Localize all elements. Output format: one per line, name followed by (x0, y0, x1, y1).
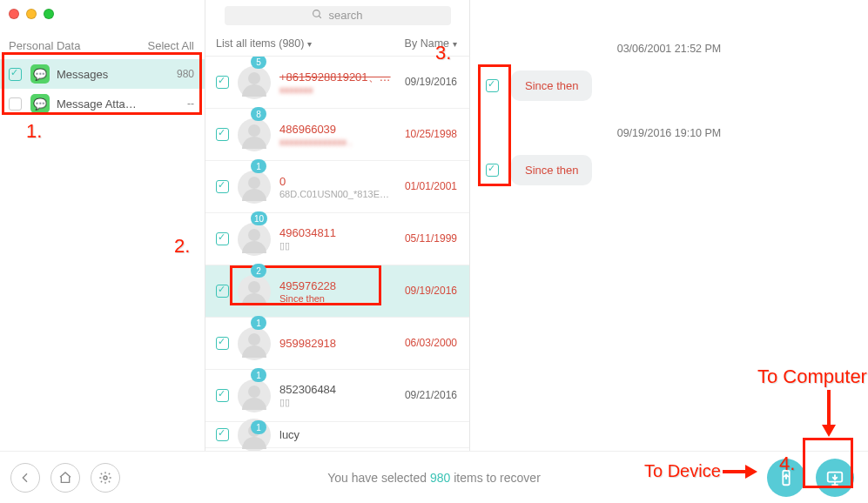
unread-badge: 2 (251, 264, 266, 278)
select-all-link[interactable]: Select All (148, 39, 194, 52)
checkbox-icon[interactable] (216, 337, 229, 350)
contact-date: 01/01/2001 (405, 180, 457, 192)
selection-status: You have selected 980 items to recover (0, 471, 868, 485)
unread-badge: 10 (251, 211, 267, 225)
checkbox-icon[interactable] (216, 285, 229, 298)
contact-row[interactable]: 1852306484▯▯09/21/2016 (205, 370, 469, 422)
svg-point-0 (313, 10, 320, 17)
checkbox-icon[interactable] (9, 68, 22, 81)
avatar-icon (238, 327, 271, 360)
avatar-icon (238, 275, 271, 308)
maximize-window-icon[interactable] (44, 9, 54, 19)
checkbox-icon[interactable] (216, 180, 229, 193)
sidebar-item-count: 980 (177, 68, 194, 80)
sort-dropdown[interactable]: By Name▾ (405, 37, 457, 50)
avatar-icon (238, 223, 271, 256)
close-window-icon[interactable] (9, 9, 19, 19)
contact-name: lucy (279, 428, 459, 442)
sidebar-item-label: Messages (57, 68, 177, 81)
unread-badge: 1 (251, 420, 266, 434)
sidebar-header: Personal Data (9, 39, 80, 52)
chat-panel: 03/06/2001 21:52 PM Since then 09/19/201… (470, 30, 868, 451)
contact-row[interactable]: 195998291806/03/2000 (205, 318, 469, 370)
footer-bar: You have selected 980 items to recover (0, 451, 868, 503)
chat-bubble: Since then (511, 70, 592, 101)
chat-bubble: Since then (511, 155, 592, 185)
chat-message[interactable]: Since then (486, 70, 868, 101)
search-placeholder: search (328, 9, 362, 22)
contact-list: 5+8615928819201、…xxxxxxx09/19/2016848696… (205, 57, 469, 451)
chat-message[interactable]: Since then (486, 155, 868, 185)
sidebar-item-label: Message Atta… (57, 97, 187, 111)
contact-date: 05/11/1999 (405, 232, 457, 245)
svg-line-1 (320, 16, 322, 18)
messages-app-icon: 💬 (30, 64, 50, 84)
annotation-label: 1. (26, 120, 42, 143)
chat-timestamp: 09/19/2016 19:10 PM (470, 127, 868, 139)
contact-row[interactable]: 1068D.C01USN00_*813E…01/01/2001 (205, 161, 469, 213)
chat-timestamp: 03/06/2001 21:52 PM (470, 43, 868, 55)
minimize-window-icon[interactable] (26, 9, 37, 19)
chevron-down-icon: ▾ (307, 39, 312, 49)
checkbox-icon[interactable] (9, 97, 22, 111)
attachments-app-icon: 💬 (30, 94, 50, 113)
sidebar-item-count: -- (187, 97, 194, 110)
avatar-icon (238, 379, 271, 412)
checkbox-icon[interactable] (216, 428, 229, 441)
avatar-icon (238, 66, 271, 99)
checkbox-icon[interactable] (486, 79, 499, 92)
search-input[interactable]: search (225, 6, 451, 25)
list-filter-dropdown[interactable]: List all items (980)▾ (216, 37, 312, 50)
unread-badge: 8 (251, 107, 266, 121)
annotation-label: 2. (174, 235, 190, 258)
checkbox-icon[interactable] (216, 128, 229, 141)
checkbox-icon[interactable] (216, 232, 229, 245)
avatar-icon (238, 118, 271, 151)
contact-date: 06/03/2000 (405, 337, 457, 349)
contact-row[interactable]: 8486966039xxxxxxxxxxxxxx .10/25/1998 (205, 109, 469, 161)
contact-date: 09/19/2016 (405, 76, 457, 88)
checkbox-icon[interactable] (486, 164, 499, 177)
unread-badge: 1 (251, 316, 266, 330)
window-controls (9, 9, 54, 19)
sidebar-item-message-attachments[interactable]: 💬 Message Atta… -- (0, 89, 205, 118)
avatar-icon (238, 171, 271, 204)
contact-date: 09/21/2016 (405, 389, 457, 401)
contact-row[interactable]: 1lucy (205, 422, 469, 448)
contact-date: 10/25/1998 (405, 128, 457, 140)
contact-row[interactable]: 2495976228Since then09/19/2016 (205, 265, 469, 318)
contact-row[interactable]: 10496034811▯▯05/11/1999 (205, 213, 469, 265)
unread-badge: 1 (251, 368, 266, 382)
checkbox-icon[interactable] (216, 76, 229, 89)
unread-badge: 5 (251, 57, 266, 69)
contacts-panel: search List all items (980)▾ By Name▾ 5+… (205, 0, 470, 451)
contact-date: 09/19/2016 (405, 285, 457, 297)
chevron-down-icon: ▾ (453, 39, 457, 49)
contact-row[interactable]: 5+8615928819201、…xxxxxxx09/19/2016 (205, 57, 469, 109)
sidebar: Personal Data Select All 💬 Messages 980 … (0, 30, 205, 118)
unread-badge: 1 (251, 159, 266, 173)
export-to-device-button[interactable] (767, 459, 805, 497)
search-icon (312, 9, 323, 23)
sidebar-item-messages[interactable]: 💬 Messages 980 (0, 59, 205, 89)
checkbox-icon[interactable] (216, 389, 229, 402)
export-to-computer-button[interactable] (816, 459, 854, 497)
